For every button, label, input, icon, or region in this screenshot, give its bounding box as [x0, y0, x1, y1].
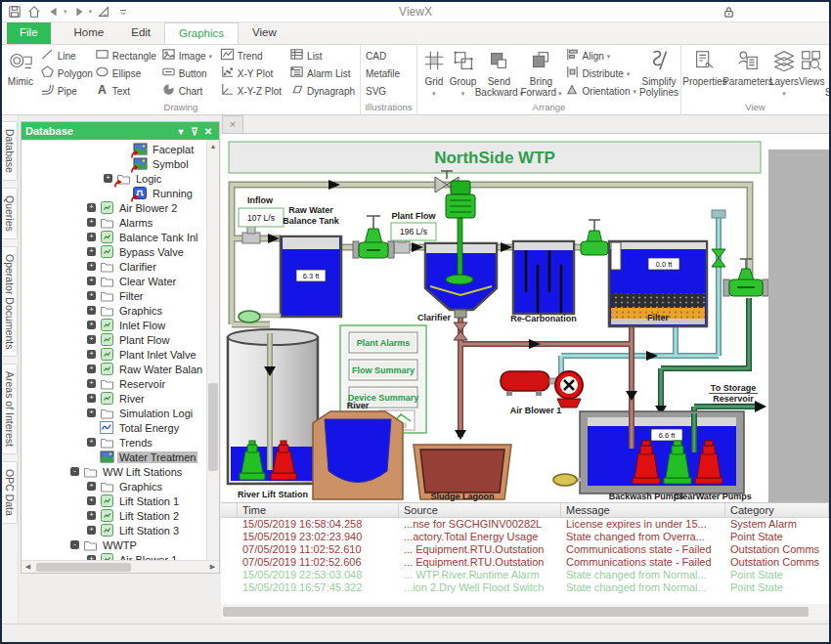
alarm-list-button[interactable]: Alarm List [286, 64, 358, 82]
forward-icon-dropdown[interactable]: ▾ [89, 8, 93, 16]
dynagraph-button[interactable]: Dynagraph [286, 82, 358, 100]
document-horizontal-scrollbar[interactable] [221, 604, 829, 620]
tree-item-air-blower-2[interactable]: +Air Blower 2 [22, 200, 206, 215]
tree-expander-icon[interactable]: + [87, 365, 96, 373]
tree-item-raw-water-balan[interactable]: +Raw Water Balan [22, 362, 206, 376]
tree-horizontal-scrollbar[interactable]: ◀ ▶ [22, 560, 219, 573]
ribbon-tab-edit[interactable]: Edit [117, 22, 164, 44]
tree-expander-icon[interactable]: + [87, 233, 96, 241]
tree-item-alarms[interactable]: +Alarms [22, 215, 206, 230]
tree-expander-icon[interactable]: + [87, 262, 96, 271]
tree-item-lift-station-1[interactable]: +Lift Station 1 [22, 494, 206, 508]
tree-item-lift-station-3[interactable]: +Lift Station 3 [22, 523, 206, 537]
alarm-row[interactable]: 07/05/2019 11:02:52.606... Equipment.RTU… [221, 556, 829, 569]
tree-item-wwtp[interactable]: -WWTP [22, 537, 206, 552]
tree-expander-icon[interactable]: + [87, 335, 96, 344]
tree-expander-icon[interactable]: + [87, 277, 96, 285]
rectangle-button[interactable]: Rectangle [92, 47, 158, 64]
tree-expander-icon[interactable]: + [87, 482, 96, 491]
tree-expander-icon[interactable]: + [104, 174, 112, 183]
tree-expander-icon[interactable]: + [87, 203, 96, 212]
x-y-z-plot-button[interactable]: X-Y-Z Plot [217, 82, 286, 100]
ribbon-tab-home[interactable]: Home [61, 22, 118, 44]
tree-item-plant-inlet-valve[interactable]: +Plant Inlet Valve [22, 347, 206, 362]
scroll-right-button[interactable]: ▶ [206, 563, 219, 571]
alarm-column-header-time[interactable]: Time [238, 503, 399, 517]
forward-icon[interactable] [71, 4, 87, 20]
tree-expander-icon[interactable]: + [87, 511, 96, 520]
grid-button[interactable]: Grid ▾ [419, 46, 449, 98]
metafile-button[interactable]: Metafile [363, 64, 403, 82]
panel-pin-icon[interactable]: ⊽ [188, 126, 201, 137]
back-icon[interactable] [46, 4, 62, 20]
measure-icon[interactable] [96, 4, 111, 20]
ellipse-button[interactable]: Ellipse [92, 64, 158, 82]
alarm-row[interactable]: 15/05/2019 16:57:45.322...ion 2.Dry Well… [221, 581, 829, 594]
chart-button[interactable]: Chart [158, 82, 217, 100]
polygon-button[interactable]: Polygon [37, 64, 92, 82]
tree-vertical-scrollbar[interactable]: ▲ [206, 140, 219, 560]
tree-item-river[interactable]: +River [22, 391, 206, 406]
alarm-row[interactable]: 15/05/2019 22:53:03.048... WTP.River.Run… [221, 569, 829, 581]
layers-button[interactable]: Layers ▾ [769, 46, 799, 98]
ribbon-tab-view[interactable]: View [239, 22, 290, 44]
tree-item-symbol[interactable]: Symbol [22, 156, 206, 171]
x-y-plot-button[interactable]: X-Y Plot [217, 64, 286, 82]
flow-summary-button[interactable]: Flow Summary [349, 360, 417, 380]
tree-expander-icon[interactable]: - [70, 540, 79, 549]
tree-expander-icon[interactable]: + [87, 247, 96, 256]
tree-item-logic[interactable]: +Logic [22, 171, 206, 186]
scroll-left-button[interactable]: ◀ [22, 563, 34, 571]
alarm-row[interactable]: 15/05/2019 16:58:04.258...nse for SGCHGI… [221, 518, 829, 531]
tree-expander-icon[interactable]: - [70, 467, 79, 476]
ribbon-tab-graphics[interactable]: Graphics [164, 22, 239, 44]
plant-alarms-button[interactable]: Plant Alarms [349, 332, 417, 353]
tree-expander-icon[interactable]: + [87, 526, 96, 535]
tree-item-graphics[interactable]: +Graphics [22, 479, 206, 494]
cad-button[interactable]: CAD [363, 47, 403, 64]
lock-icon[interactable] [722, 5, 736, 23]
tree-item-balance-tank-inl[interactable]: +Balance Tank Inl [22, 230, 206, 244]
text-button[interactable]: AText [92, 82, 158, 100]
tree-item-air-blower-1[interactable]: +Air Blower 1 [22, 552, 206, 560]
side-tab-areas-of-interest[interactable]: Areas of Interest [3, 364, 18, 454]
tree-item-ww-lift-stations[interactable]: -WW Lift Stations [22, 464, 206, 479]
trend-button[interactable]: Trend [217, 47, 286, 64]
tree-item-water-treatmen[interactable]: Water Treatmen [22, 450, 206, 464]
tree-item-clarifier[interactable]: +Clarifier [22, 259, 206, 274]
tree-item-plant-flow[interactable]: +Plant Flow [22, 332, 206, 347]
save-icon[interactable] [7, 4, 22, 20]
tree-item-total-energy[interactable]: Total Energy [22, 420, 206, 435]
tree-expander-icon[interactable]: + [87, 394, 96, 403]
document-tab-close-icon[interactable]: × [222, 115, 243, 133]
tree-expander-icon[interactable]: + [87, 350, 96, 359]
parameters-button[interactable]: Parameters [726, 46, 769, 88]
tree-item-inlet-flow[interactable]: +Inlet Flow [22, 318, 206, 332]
panel-dropdown-icon[interactable]: ▾ [174, 126, 188, 137]
tree-item-running[interactable]: Running [22, 186, 206, 200]
tree-expander-icon[interactable]: + [87, 291, 96, 300]
balance-tank[interactable]: 6.3 ft [281, 236, 341, 317]
tree-expander-icon[interactable]: + [87, 379, 96, 388]
orientation-button[interactable]: Orientation▾ [562, 82, 639, 100]
tree-expander-icon[interactable]: + [87, 408, 96, 417]
tree-expander-icon[interactable]: + [87, 306, 96, 315]
tree-expander-icon[interactable]: + [87, 555, 96, 560]
scroll-up-button[interactable]: ▲ [207, 140, 219, 152]
tree-item-lift-station-2[interactable]: +Lift Station 2 [22, 508, 206, 523]
tree-expander-icon[interactable]: + [87, 496, 96, 505]
views-button[interactable]: Views [799, 46, 825, 88]
alarm-column-header-category[interactable]: Category [725, 503, 829, 517]
tree-item-filter[interactable]: +Filter [22, 288, 206, 303]
scroll-thumb[interactable] [208, 383, 218, 471]
button-button[interactable]: Button [158, 64, 217, 82]
group-button[interactable]: Group ▾ [449, 46, 478, 98]
svg-button[interactable]: SVG [363, 82, 403, 100]
send-backward-button[interactable]: SendBackward ▾ [477, 46, 520, 98]
recarbonation-tank[interactable] [513, 241, 574, 314]
alarm-row[interactable]: 15/05/2019 23:02:23.940...actory.Total E… [221, 531, 829, 543]
alarm-column-header-message[interactable]: Message [561, 503, 725, 517]
distribute-button[interactable]: Distribute▾ [562, 64, 639, 82]
image-button[interactable]: Image▾ [158, 47, 217, 64]
align-button[interactable]: Align▾ [562, 47, 639, 64]
